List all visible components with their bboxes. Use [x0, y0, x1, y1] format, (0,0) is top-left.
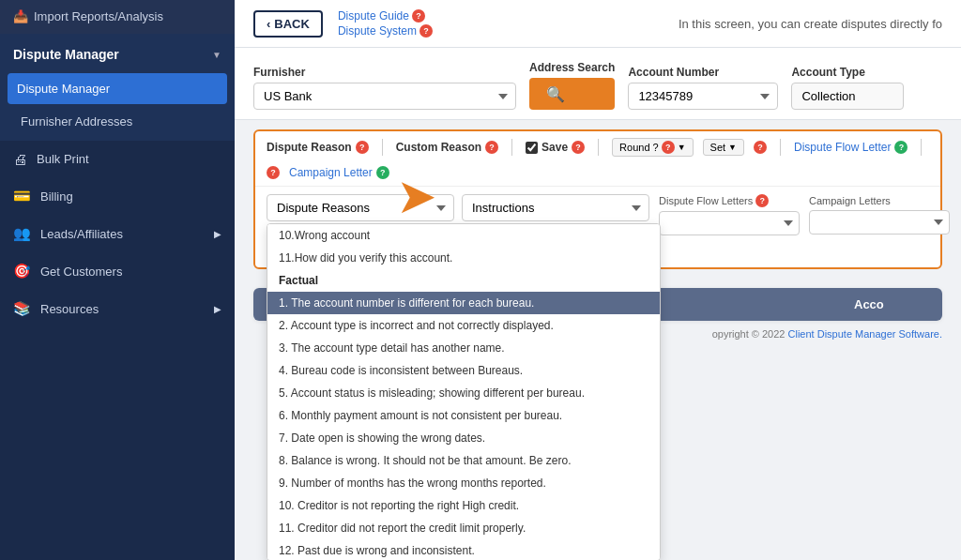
dropdown-item-verify-account[interactable]: 11.How did you verify this account. — [267, 247, 660, 269]
sidebar-section-title-label: Dispute Manager — [13, 47, 119, 62]
dropdown-item-factual-3[interactable]: 3. The account type detail has another n… — [267, 337, 660, 359]
dispute-flow-help-icon: ? — [894, 141, 908, 154]
dispute-guide-label: Dispute Guide — [338, 9, 409, 23]
dropdowns-row: Dispute Reasons 10.Wrong account 11.How … — [267, 194, 649, 221]
dispute-flow-letters-help-icon: ? — [755, 194, 769, 207]
dispute-panel: Dispute Reason ? Custom Reason ? Save ? … — [253, 129, 942, 269]
dispute-flow-letters-label: Dispute Flow Letters ? — [659, 194, 800, 207]
dropdown-item-text-0: 10.Wrong account — [279, 229, 370, 242]
campaign-letters-group: Campaign Letters — [809, 195, 950, 235]
sidebar-item-dispute-manager[interactable]: Dispute Manager — [8, 73, 227, 104]
instructions-wrapper: Instructions — [462, 194, 649, 221]
dropdown-item-factual-7-text: 7. Date open is showing the wrong dates. — [279, 431, 485, 445]
resources-icon: 📚 — [13, 300, 31, 317]
section-factual-title: Factual — [279, 274, 318, 287]
sidebar-item-resources[interactable]: 📚 Resources ▶ — [0, 290, 235, 327]
get-customers-icon: 🎯 — [13, 263, 31, 280]
import-icon: 📥 — [13, 9, 28, 23]
topbar-links: Dispute Guide ? Dispute System ? — [338, 9, 433, 38]
topbar-description: In this screen, you can create disputes … — [679, 17, 942, 31]
divider-4 — [780, 139, 781, 156]
round-badge[interactable]: Round ? ? ▼ — [612, 138, 694, 157]
address-search-button[interactable]: 🔍 — [529, 78, 615, 110]
divider-3 — [598, 139, 599, 156]
sidebar-item-get-customers[interactable]: 🎯 Get Customers — [0, 252, 235, 290]
sidebar: 📥 Import Reports/Analysis Dispute Manage… — [0, 0, 235, 560]
divider-1 — [382, 139, 383, 156]
topbar: ‹ BACK Dispute Guide ? Dispute System ? … — [235, 0, 961, 48]
save-help-icon: ? — [572, 141, 585, 154]
sidebar-section-dispute-manager[interactable]: Dispute Manager ▼ — [0, 38, 235, 71]
save-checkbox[interactable] — [526, 142, 538, 154]
address-search-group: Address Search 🔍 — [529, 61, 615, 110]
dropdown-item-factual-5[interactable]: 5. Account status is misleading; showing… — [267, 382, 660, 404]
dropdown-item-factual-12[interactable]: 12. Past due is wrong and inconsistent. — [267, 539, 660, 560]
footer-link[interactable]: Client Dispute Manager Software. — [788, 328, 942, 340]
dropdown-item-factual-9-text: 9. Number of months has the wrong months… — [279, 477, 546, 490]
account-number-select[interactable]: 12345789 — [628, 83, 778, 110]
dropdown-item-factual-2-text: 2. Account type is incorrect and not cor… — [279, 319, 554, 332]
dispute-flow-group: Dispute Flow Letters ? — [659, 194, 800, 235]
account-number-group: Account Number 12345789 — [628, 66, 778, 110]
dropdown-item-factual-11[interactable]: 11. Creditor did not report the credit l… — [267, 517, 660, 539]
dropdown-item-factual-2[interactable]: 2. Account type is incorrect and not cor… — [267, 314, 660, 337]
dispute-reason-item: Dispute Reason ? — [267, 141, 369, 154]
set-help-icon: ? — [754, 141, 767, 154]
sidebar-item-billing[interactable]: 💳 Billing — [0, 177, 235, 215]
custom-reason-help-icon: ? — [485, 141, 498, 154]
dispute-flow-letters-select[interactable] — [659, 211, 800, 235]
dropdown-item-factual-6-text: 6. Monthly payment amount is not consist… — [279, 409, 562, 422]
dropdown-item-wrong-account[interactable]: 10.Wrong account — [267, 224, 660, 247]
dispute-flow-letter-item: Dispute Flow Letter ? — [794, 141, 908, 154]
sidebar-menu-label-bulk-print: Bulk Print — [37, 152, 89, 166]
chevron-right-icon: ▶ — [214, 229, 221, 239]
form-area: Furnisher US Bank Address Search 🔍 Accou… — [235, 48, 961, 120]
dispute-flow-letter-label: Dispute Flow Letter — [794, 141, 891, 154]
round-chevron-icon: ▼ — [678, 143, 686, 152]
dropdown-item-factual-9[interactable]: 9. Number of months has the wrong months… — [267, 472, 660, 494]
back-button[interactable]: ‹ BACK — [253, 10, 323, 38]
set-label: Set — [710, 142, 726, 153]
furnisher-group: Furnisher US Bank — [253, 66, 516, 110]
campaign-letters-label-group: Campaign Letters — [809, 195, 950, 206]
dropdown-item-factual-10[interactable]: 10. Creditor is not reporting the right … — [267, 494, 660, 517]
campaign-letter-label: Campaign Letter — [289, 166, 373, 179]
instructions-select[interactable]: Instructions — [462, 194, 649, 221]
search-icon: 🔍 — [546, 85, 565, 103]
account-type-group: Account Type Collection — [791, 66, 904, 110]
dispute-guide-link[interactable]: Dispute Guide ? — [338, 9, 433, 23]
leads-icon: 👥 — [13, 225, 31, 242]
dropdown-item-factual-8[interactable]: 8. Balance is wrong. It should not be th… — [267, 449, 660, 472]
dispute-system-label: Dispute System — [338, 24, 417, 38]
dispute-reason-label: Dispute Reason — [267, 141, 352, 154]
save-item: Save ? — [526, 141, 585, 154]
sidebar-import-reports[interactable]: 📥 Import Reports/Analysis — [0, 0, 235, 34]
dispute-reasons-wrapper: Dispute Reasons 10.Wrong account 11.How … — [267, 194, 454, 221]
dropdown-item-factual-6[interactable]: 6. Monthly payment amount is not consist… — [267, 404, 660, 427]
dispute-reasons-dropdown-list: 10.Wrong account 11.How did you verify t… — [267, 223, 661, 560]
set-badge[interactable]: Set ▼ — [703, 139, 744, 156]
dispute-panel-container: ➤ Dispute Reason ? Custom Reason ? Save … — [235, 120, 961, 279]
dispute-panel-right: Dispute Flow Letters ? Campaign Letters — [659, 194, 950, 235]
dropdown-item-factual-1[interactable]: 1. The account number is different for e… — [267, 292, 660, 314]
address-search-label: Address Search — [529, 61, 615, 74]
campaign-letters-select[interactable] — [809, 210, 950, 235]
billing-icon: 💳 — [13, 188, 31, 204]
sidebar-item-leads-affiliates[interactable]: 👥 Leads/Affiliates ▶ — [0, 215, 235, 252]
footer-copyright: opyright © 2022 — [712, 328, 786, 340]
dropdown-item-factual-4[interactable]: 4. Bureau code is inconsistent between B… — [267, 359, 660, 382]
dropdown-item-text-1: 11.How did you verify this account. — [279, 251, 452, 265]
dropdown-item-factual-3-text: 3. The account type detail has another n… — [279, 341, 505, 355]
dropdown-item-factual-10-text: 10. Creditor is not reporting the right … — [279, 499, 519, 512]
save-label: Save — [542, 141, 568, 154]
dispute-reasons-select[interactable]: Dispute Reasons — [267, 194, 454, 221]
furnisher-select[interactable]: US Bank — [253, 83, 516, 110]
sidebar-item-furnisher-addresses[interactable]: Furnisher Addresses — [0, 106, 235, 137]
sidebar-item-bulk-print[interactable]: 🖨 Bulk Print — [0, 141, 235, 177]
round-label: Round ? — [619, 142, 659, 153]
dropdown-item-factual-7[interactable]: 7. Date open is showing the wrong dates. — [267, 427, 660, 449]
dispute-system-link[interactable]: Dispute System ? — [338, 24, 433, 38]
dropdown-item-factual-8-text: 8. Balance is wrong. It should not be th… — [279, 454, 572, 467]
set-chevron-icon: ▼ — [728, 143, 737, 152]
account-type-label: Account Type — [791, 66, 904, 79]
